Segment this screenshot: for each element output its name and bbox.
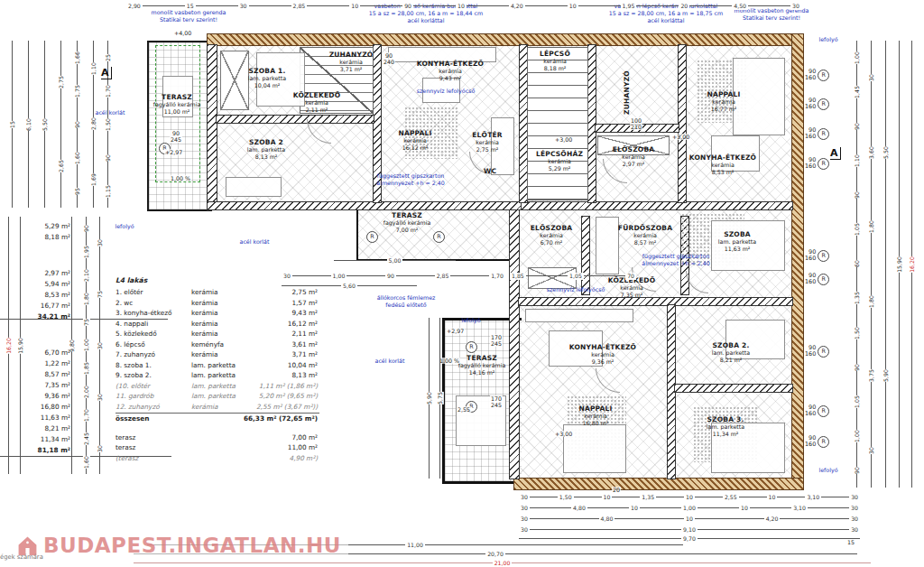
door-size-label: 170245 bbox=[490, 334, 503, 347]
window-height: 160 bbox=[805, 279, 816, 285]
wall-interior bbox=[675, 385, 792, 392]
room-area: 7,00 m² bbox=[366, 227, 448, 234]
dimension-chain: 5,90 bbox=[424, 318, 434, 479]
room-name-cell: 12. zuhanyzó bbox=[116, 402, 191, 413]
dimension-row: 21,00 bbox=[134, 559, 871, 567]
level-mark: 1,00 % bbox=[170, 175, 191, 181]
table-row: 7. zuhanyzókerámia3,71 m² bbox=[116, 349, 319, 360]
door-height: 245 bbox=[171, 136, 181, 143]
door-height: 245 bbox=[491, 402, 502, 408]
dimension-value: 1,85 bbox=[83, 363, 90, 376]
room-name: NAPPALI bbox=[688, 90, 760, 98]
window-size-label: 90160R bbox=[805, 273, 829, 286]
area-value: 16,80 m² bbox=[18, 402, 70, 413]
window-height: 160 bbox=[805, 104, 816, 110]
level-mark: 2,55 bbox=[457, 406, 471, 413]
room-name: ZUHANYZÓ bbox=[321, 51, 381, 59]
dimension-value: 10 bbox=[568, 3, 578, 10]
area-cell: 4,90 m²) bbox=[249, 453, 319, 464]
r-symbol: R bbox=[818, 70, 829, 81]
dimension-value: 30 bbox=[519, 505, 530, 512]
dimension-value: 1,75 bbox=[74, 85, 81, 98]
window-height: 160 bbox=[805, 134, 816, 140]
room-label: LÉPCSŐkerámia8,18 m² bbox=[527, 50, 583, 71]
table-row: 4. nappalikerámia16,12 m² bbox=[116, 319, 319, 330]
room-label: SZOBA 2lam. parketta8,13 m² bbox=[233, 138, 300, 160]
room-name: KONYHA-ÉTKEZŐ bbox=[563, 343, 642, 351]
dimension-value: 90 bbox=[105, 154, 112, 162]
dimension-value: 90 bbox=[854, 467, 861, 474]
window-size: 90160 bbox=[805, 345, 816, 358]
dimension-value: 30 bbox=[849, 494, 860, 501]
window-size-label: 90160R bbox=[805, 404, 829, 418]
material-cell bbox=[191, 432, 249, 443]
dimension-value: 10 bbox=[602, 494, 613, 501]
dimension-value: 1,70 bbox=[489, 273, 505, 280]
material-cell: lam. parketta bbox=[191, 391, 249, 402]
door-size-label: 90240 bbox=[383, 52, 395, 65]
material-cell: lam. parketta bbox=[191, 381, 249, 392]
room-name-cell: 7. zuhanyzó bbox=[116, 349, 191, 360]
dimension-row: 304,80104,2030 bbox=[519, 515, 860, 523]
dimension-chain: 5,505,90 bbox=[881, 41, 891, 488]
dimension-value: 1,95 bbox=[83, 246, 90, 258]
window-size: 90160 bbox=[805, 435, 816, 449]
window-size-label: 90160R bbox=[805, 249, 829, 263]
room-material: kerámia bbox=[527, 58, 583, 65]
room-label: SZOBA 2.lam. parketta8,21 m² bbox=[693, 341, 769, 363]
room-name: ELŐSZOBA bbox=[522, 224, 581, 232]
area-cell: 3,61 m² bbox=[249, 339, 319, 350]
dimension-value: 16,20 bbox=[5, 338, 13, 354]
room-area: 2,75 m² bbox=[460, 146, 514, 153]
area-cell: 1,57 m² bbox=[249, 298, 319, 309]
dimension-value: 30 bbox=[97, 239, 104, 246]
annotation: állókorcos fémlemez fedésű előtető bbox=[365, 294, 448, 309]
annotation: lefolyó bbox=[106, 223, 143, 230]
dimension-value: 90 bbox=[854, 364, 861, 371]
window-size-label: 90160R bbox=[805, 69, 829, 82]
dimension-value: 10 bbox=[739, 505, 750, 512]
wall-interior bbox=[217, 116, 374, 123]
room-name: SZOBA 2. bbox=[693, 341, 769, 349]
annotation: függesztett gipszkarton álmennyezet +h =… bbox=[632, 253, 720, 267]
room-name-cell: (terasz bbox=[116, 453, 191, 464]
dimension-value: 30 bbox=[868, 447, 875, 454]
dimension-value: 2,00 bbox=[83, 386, 90, 398]
annotation: lefolyó bbox=[810, 36, 846, 43]
dimension-value: 1,60 bbox=[83, 456, 90, 469]
area-value: 5,94 m² bbox=[18, 279, 70, 290]
wall-interior bbox=[208, 202, 522, 209]
dimension-value: 90 bbox=[74, 121, 81, 128]
room-material: kerámia bbox=[563, 351, 642, 358]
dimension-value: 3,75 bbox=[868, 369, 875, 382]
dimension-value: 1,05 bbox=[854, 395, 861, 408]
window-size-label: 90160R bbox=[805, 157, 829, 171]
window-size-label: 90160R bbox=[805, 435, 829, 449]
material-cell bbox=[189, 414, 244, 424]
room-schedule-rows: 1. előtérkerámia2,75 m²2. wckerámia1,57 … bbox=[116, 287, 319, 463]
room-area: 8,18 m² bbox=[527, 65, 583, 72]
dimension-value: 30 bbox=[849, 505, 860, 512]
room-material: fagyálló kerámia bbox=[366, 219, 448, 227]
dimension-value: 1,60 bbox=[74, 152, 81, 164]
dimension-value: 15 bbox=[185, 3, 196, 10]
window-size: 90160 bbox=[805, 127, 816, 141]
window-height: 160 bbox=[805, 411, 816, 417]
room-area: 8,53 m² bbox=[684, 169, 762, 176]
dimension-value: 3,10 bbox=[805, 494, 821, 501]
dimension-row: 1,851,0570 bbox=[510, 272, 636, 280]
dimension-value: 30 bbox=[849, 516, 860, 523]
dimension-value: 1,50 bbox=[558, 494, 574, 501]
dimension-value: 5,90 bbox=[426, 392, 433, 404]
dimension-value: 1,00 bbox=[681, 505, 698, 512]
room-label: ZUHANYZÓ bbox=[623, 66, 631, 120]
room-label: LÉPCSŐHÁZkerámia5,29 m² bbox=[523, 150, 596, 172]
dimension-value: 1,50 bbox=[105, 118, 112, 131]
room-name-cell: 5. közlekedő bbox=[116, 329, 191, 339]
room-name-cell: 3. konyha-étkező bbox=[116, 308, 191, 319]
dimension-value: 75 bbox=[97, 291, 104, 298]
window-size: 90160 bbox=[805, 249, 816, 263]
dimension-value: 10 bbox=[349, 3, 360, 10]
door-width: 170 bbox=[491, 395, 502, 402]
room-label: KONYHA-ÉTKEZŐkerámia8,53 m² bbox=[684, 153, 762, 175]
